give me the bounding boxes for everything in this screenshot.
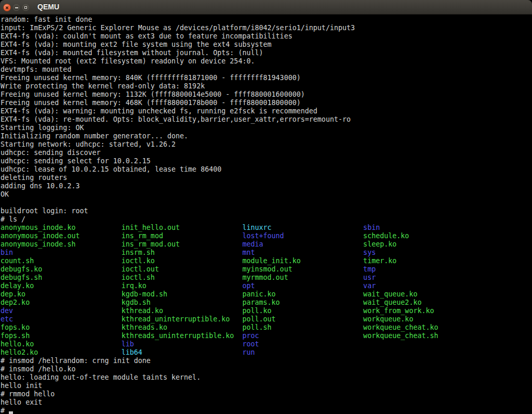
maximize-icon: [24, 6, 28, 9]
terminal-line: EXT4-fs (vda): mounted filesystem withou…: [1, 49, 532, 57]
ls-entry: kgdb-mod.sh: [122, 290, 243, 298]
qemu-window: QEMU random: fast init doneinput: ImExPS…: [0, 0, 532, 414]
ls-entry: init_hello.out: [122, 224, 243, 231]
ls-entry: ins_rm_mod: [122, 232, 243, 240]
terminal-line: bin insrm.sh mnt sys: [1, 249, 532, 257]
terminal-line: # rmmod hello: [1, 390, 532, 398]
terminal-line: hello init: [1, 382, 532, 390]
close-button[interactable]: [3, 4, 11, 11]
terminal-line: debugfs.sh ioctl.sh myrmmod.out usr: [1, 274, 532, 282]
ls-entry: schedule.ko: [363, 232, 409, 240]
minimize-icon: [15, 7, 18, 8]
terminal-line: udhcpc: sending select for 10.0.2.15: [1, 157, 532, 165]
ls-entry: insrm.sh: [122, 249, 243, 256]
ls-entry: workqueue_cheat.sh: [363, 332, 438, 340]
ls-entry: lib: [122, 340, 243, 348]
ls-entry: workqueue.ko: [363, 315, 413, 323]
terminal-line: devtmpfs: mounted: [1, 66, 532, 74]
terminal-line: udhcpc: lease of 10.0.2.15 obtained, lea…: [1, 165, 532, 174]
ls-entry: sys: [363, 249, 376, 256]
terminal-line: [1, 199, 532, 207]
terminal-line: hello: loading out-of-tree module taints…: [1, 373, 532, 382]
ls-entry: kthread_uninterruptible.ko: [122, 315, 243, 323]
titlebar[interactable]: QEMU: [0, 0, 532, 15]
minimize-button[interactable]: [13, 4, 20, 11]
terminal-line: VFS: Mounted root (ext2 filesystem) read…: [1, 57, 532, 66]
ls-entry: myrmmod.out: [242, 274, 363, 281]
ls-entry: run: [242, 348, 255, 356]
terminal-line: hello2.ko lib64 run: [1, 348, 532, 357]
terminal-line: adding dns 10.0.2.3: [1, 182, 532, 190]
terminal-line: random: fast init done: [1, 16, 532, 24]
ls-entry: module_init.ko: [242, 257, 363, 265]
ls-entry: debugfs.sh: [1, 274, 122, 281]
terminal-line: EXT4-fs (vda): couldn't mount as ext3 du…: [1, 32, 532, 41]
terminal-line: Starting logging: OK: [1, 124, 532, 132]
ls-entry: hello.ko: [1, 340, 122, 348]
terminal-line: Freeing unused kernel memory: 468K (ffff…: [1, 99, 532, 107]
terminal-line: anonymous_inode.out ins_rm_mod lost+foun…: [1, 232, 532, 240]
ls-entry: fops.sh: [1, 332, 122, 340]
maximize-button[interactable]: [22, 4, 29, 11]
ls-entry: anonymous_inode.ko: [1, 224, 122, 231]
ls-entry: hello2.ko: [1, 348, 122, 356]
terminal-line: hello exit: [1, 398, 532, 407]
ls-entry: kthreads_uninterruptible.ko: [122, 332, 243, 340]
ls-entry: ioctl.ko: [122, 257, 243, 265]
ls-entry: fops.ko: [1, 324, 122, 331]
terminal-line: EXT4-fs (vda): warning: mounting uncheck…: [1, 107, 532, 115]
terminal-line: debugfs.ko ioctl.out myinsmod.out tmp: [1, 265, 532, 274]
terminal-line: fops.sh kthreads_uninterruptible.ko proc…: [1, 332, 532, 340]
ls-entry: delay.ko: [1, 282, 122, 290]
ls-entry: tmp: [363, 265, 376, 273]
terminal-line: Freeing unused kernel memory: 840K (ffff…: [1, 74, 532, 82]
terminal-line: Freeing unused kernel memory: 1132K (fff…: [1, 90, 532, 99]
ls-entry: anonymous_inode.out: [1, 232, 122, 240]
terminal-line: Initializing random number generator... …: [1, 132, 532, 140]
ls-entry: ins_rm_mod.out: [122, 240, 243, 248]
ls-entry: kgdb.sh: [122, 299, 243, 306]
ls-entry: myinsmod.out: [242, 265, 363, 273]
ls-entry: media: [242, 240, 363, 248]
terminal-line: OK: [1, 190, 532, 199]
ls-entry: timer.ko: [363, 257, 396, 265]
terminal-line: Starting network: udhcpc: started, v1.26…: [1, 140, 532, 149]
ls-entry: dev: [1, 307, 122, 315]
terminal-line: fops.ko kthreads.ko poll.sh workqueue_ch…: [1, 324, 532, 332]
ls-entry: poll.out: [242, 315, 363, 323]
ls-entry: linuxrc: [242, 224, 363, 231]
ls-entry: kthreads.ko: [122, 324, 243, 331]
ls-entry: root: [242, 340, 259, 348]
ls-entry: work_from_work.ko: [363, 307, 434, 315]
ls-entry: workqueue_cheat.ko: [363, 324, 438, 331]
ls-entry: lost+found: [242, 232, 363, 240]
terminal-line: etc kthread_uninterruptible.ko poll.out …: [1, 315, 532, 324]
ls-entry: poll.sh: [242, 324, 363, 331]
ls-entry: ioctl.out: [122, 265, 243, 273]
terminal-line: count.sh ioctl.ko module_init.ko timer.k…: [1, 257, 532, 265]
ls-entry: ioctl.sh: [122, 274, 243, 281]
terminal-line: # insmod /hello.ko: [1, 365, 532, 373]
ls-entry: dep2.ko: [1, 299, 122, 306]
terminal-line: dep2.ko kgdb.sh params.ko wait_queue2.ko: [1, 299, 532, 307]
ls-entry: count.sh: [1, 257, 122, 265]
ls-entry: usr: [363, 274, 376, 281]
terminal-line: dev kthread.ko poll.ko work_from_work.ko: [1, 307, 532, 315]
terminal-line: # ls /: [1, 215, 532, 224]
ls-entry: kthread.ko: [122, 307, 243, 315]
window-title: QEMU: [37, 0, 59, 15]
ls-entry: bin: [1, 249, 122, 256]
terminal-cursor: [9, 407, 13, 414]
terminal-line: EXT4-fs (vda): re-mounted. Opts: block_v…: [1, 115, 532, 124]
ls-entry: wait_queue2.ko: [363, 299, 421, 306]
ls-entry: etc: [1, 315, 122, 323]
ls-entry: opt: [242, 282, 363, 290]
ls-entry: wait_queue.ko: [363, 290, 417, 298]
terminal-line: # insmod /hellrandom: crng init done: [1, 357, 532, 365]
ls-entry: sbin: [363, 224, 380, 231]
terminal-output[interactable]: random: fast init doneinput: ImExPS/2 Ge…: [0, 15, 532, 414]
ls-entry: poll.ko: [242, 307, 363, 315]
terminal-line: buildroot login: root: [1, 207, 532, 215]
ls-entry: mnt: [242, 249, 363, 256]
terminal-line: #: [1, 407, 532, 414]
